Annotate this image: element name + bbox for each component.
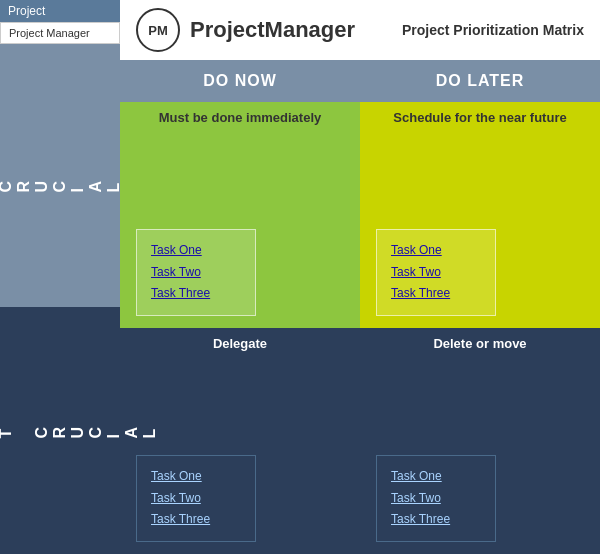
app-title: ProjectManager <box>190 17 355 43</box>
sidebar-manager-label[interactable]: Project Manager <box>0 22 120 44</box>
task-link-tl-3[interactable]: Task Three <box>151 283 241 305</box>
col-header-do-later: DO LATER <box>360 60 600 102</box>
quadrant-cell-top-right: Task One Task Two Task Three <box>360 217 600 328</box>
task-link-tr-3[interactable]: Task Three <box>391 283 481 305</box>
task-link-br-3[interactable]: Task Three <box>391 509 481 531</box>
matrix-container: CRUCIAL NOTCRUCIAL DO NOW DO LATER Must … <box>0 60 600 554</box>
top-bar: PM ProjectManager Project Prioritization… <box>120 0 600 60</box>
task-link-br-2[interactable]: Task Two <box>391 488 481 510</box>
task-link-bl-2[interactable]: Task Two <box>151 488 241 510</box>
sidebar: Project Project Manager <box>0 0 120 60</box>
task-link-br-1[interactable]: Task One <box>391 466 481 488</box>
quadrant-cell-top-left: Task One Task Two Task Three <box>120 217 360 328</box>
quadrant-cell-bottom-left: Task One Task Two Task Three <box>120 443 360 554</box>
task-link-bl-1[interactable]: Task One <box>151 466 241 488</box>
task-box-top-left: Task One Task Two Task Three <box>136 229 256 316</box>
quadrant-label-bottom-right: Delete or move <box>360 328 600 443</box>
row-labels: CRUCIAL NOTCRUCIAL <box>0 60 120 554</box>
matrix-title: Project Prioritization Matrix <box>402 22 584 38</box>
crucial-text: CRUCIAL <box>0 175 123 193</box>
logo-area: PM ProjectManager <box>136 8 355 52</box>
matrix-grid: DO NOW DO LATER Must be done immediately… <box>120 60 600 554</box>
app-container: Project Project Manager PM ProjectManage… <box>0 0 600 554</box>
task-link-bl-3[interactable]: Task Three <box>151 509 241 531</box>
task-box-bottom-right: Task One Task Two Task Three <box>376 455 496 542</box>
quadrant-label-top-left: Must be done immediately <box>120 102 360 217</box>
pm-logo: PM <box>136 8 180 52</box>
not-crucial-text: NOTCRUCIAL <box>0 423 159 438</box>
task-link-tl-2[interactable]: Task Two <box>151 262 241 284</box>
task-link-tr-2[interactable]: Task Two <box>391 262 481 284</box>
crucial-label: CRUCIAL <box>0 60 120 307</box>
quadrant-cell-bottom-right: Task One Task Two Task Three <box>360 443 600 554</box>
col-header-do-now: DO NOW <box>120 60 360 102</box>
task-link-tl-1[interactable]: Task One <box>151 240 241 262</box>
task-box-bottom-left: Task One Task Two Task Three <box>136 455 256 542</box>
task-link-tr-1[interactable]: Task One <box>391 240 481 262</box>
quadrant-label-top-right: Schedule for the near future <box>360 102 600 217</box>
sidebar-project-label: Project <box>0 0 120 22</box>
not-crucial-label: NOTCRUCIAL <box>0 307 120 554</box>
task-box-top-right: Task One Task Two Task Three <box>376 229 496 316</box>
